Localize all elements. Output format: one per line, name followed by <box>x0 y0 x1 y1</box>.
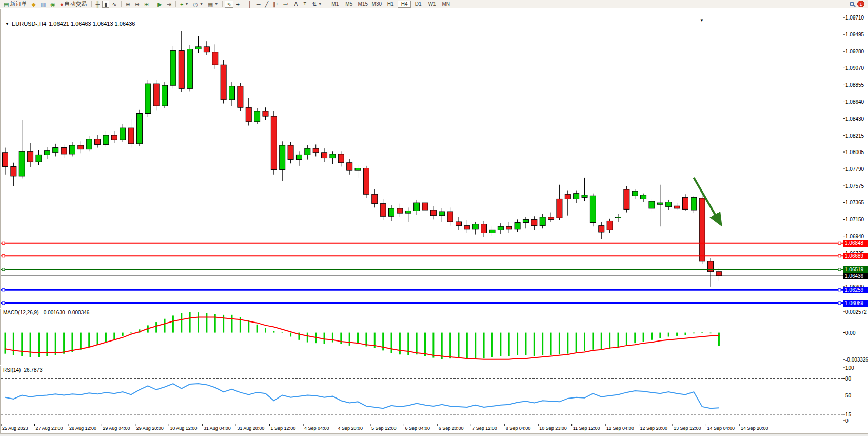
price-line-tag: 1.06519 <box>843 266 868 273</box>
pane-separator-macd[interactable] <box>0 308 868 309</box>
candle-body <box>414 203 420 211</box>
candle-body <box>699 198 705 261</box>
candle-body <box>531 219 537 225</box>
candle-body <box>204 47 209 52</box>
line-handle[interactable] <box>838 302 841 305</box>
candle-body <box>153 84 159 106</box>
price-axis-label: 1.09280 <box>845 49 864 54</box>
price-axis-label: 1.09070 <box>845 65 864 71</box>
line-handle[interactable] <box>2 289 5 291</box>
candle-body <box>405 211 411 213</box>
candle-body <box>322 153 327 158</box>
line-handle[interactable] <box>838 255 841 257</box>
pane-separator-rsi[interactable] <box>0 365 868 366</box>
candle-body <box>19 151 25 176</box>
time-axis-label: 6 Sep 04:00 <box>405 426 430 431</box>
time-axis-label: 11 Sep 12:00 <box>573 426 600 431</box>
candle-body <box>347 163 352 170</box>
time-axis-label: 29 Aug 04:00 <box>103 426 130 431</box>
candle-body <box>355 168 361 171</box>
candle-body <box>716 272 722 276</box>
rsi-value: 26.7873 <box>24 367 42 373</box>
line-handle[interactable] <box>2 242 5 244</box>
price-axis-label: 1.08430 <box>845 116 864 122</box>
candle-body <box>641 195 646 199</box>
rsi-axis-label: 0 <box>845 418 849 424</box>
time-axis-label: 10 Sep 23:00 <box>539 426 567 431</box>
candle-body <box>162 85 168 106</box>
candle-body <box>363 168 369 195</box>
price-axis-label: 1.08005 <box>845 149 864 155</box>
candle-body <box>666 202 672 207</box>
rsi-line <box>5 384 719 408</box>
time-axis-separator <box>0 424 868 424</box>
time-axis-label: 29 Aug 20:00 <box>136 426 164 431</box>
macd-indicator-label: MACD(12,26,9) -0.001630 -0.000346 <box>3 310 89 315</box>
candle-body <box>616 217 621 218</box>
line-handle[interactable] <box>2 268 5 271</box>
candle-body <box>422 203 428 210</box>
time-axis-label: 25 Aug 2023 <box>2 426 28 431</box>
candle-body <box>599 226 604 232</box>
line-handle[interactable] <box>838 268 841 271</box>
chart-canvas[interactable] <box>0 0 868 436</box>
candle-body <box>53 148 58 153</box>
price-axis-label: 1.08215 <box>845 133 864 139</box>
price-axis-label: 1.07365 <box>845 200 864 205</box>
candle-body <box>380 204 386 217</box>
candle-body <box>506 226 512 229</box>
candle-body <box>103 135 109 144</box>
candle-body <box>515 223 520 229</box>
candle-body <box>582 195 587 198</box>
price-axis-label: 1.08855 <box>845 82 864 88</box>
candle-body <box>136 113 142 143</box>
candle-body <box>523 219 528 222</box>
price-line-tag: 1.06689 <box>843 253 868 259</box>
candle-body <box>44 151 50 155</box>
candle-body <box>565 194 570 199</box>
symbol-dropdown-icon[interactable]: ▼ <box>5 22 9 26</box>
candle-body <box>439 212 445 216</box>
line-handle[interactable] <box>2 302 5 305</box>
candle-body <box>624 189 629 209</box>
rsi-indicator-label: RSI(14) 26.7873 <box>3 367 43 373</box>
rsi-name: RSI(14) <box>3 367 21 373</box>
candle-body <box>574 194 579 199</box>
macd-signal-line <box>5 317 719 359</box>
macd-axis-label: 0.002572 <box>845 309 867 315</box>
candle-body <box>179 51 184 89</box>
candle-body <box>548 217 554 220</box>
candle-body <box>3 153 8 167</box>
time-axis-label: 28 Aug 12:00 <box>69 426 96 431</box>
candle-body <box>128 128 134 144</box>
trend-arrow-annotation[interactable] <box>694 178 720 224</box>
price-line-tag: 1.06259 <box>843 287 868 293</box>
candle-body <box>649 201 655 208</box>
candle-body <box>313 148 319 153</box>
line-handle[interactable] <box>2 255 5 257</box>
price-line-tag: 1.06848 <box>843 240 868 247</box>
candle-body <box>590 196 596 222</box>
line-handle[interactable] <box>838 242 841 244</box>
time-axis-label: 27 Aug 23:00 <box>35 426 63 431</box>
chart-shift-marker-icon[interactable]: ▼ <box>700 18 704 23</box>
macd-axis-label: -0.003326 <box>845 357 868 363</box>
candle-body <box>540 217 545 226</box>
candle-body <box>221 65 226 100</box>
time-axis-label: 7 Sep 12:00 <box>472 426 497 431</box>
rsi-axis-label: 80 <box>845 376 851 382</box>
rsi-axis-label: 15 <box>845 412 851 418</box>
candle-body <box>254 111 260 122</box>
candle-body <box>447 212 453 222</box>
chart-ohlc-values: 1.06421 1.06463 1.06413 1.06436 <box>49 21 135 27</box>
candle-body <box>61 148 67 154</box>
time-axis-label: 13 Sep 12:00 <box>674 426 701 431</box>
macd-name: MACD(12,26,9) <box>3 310 38 315</box>
candle-body <box>330 154 336 158</box>
line-handle[interactable] <box>838 289 841 291</box>
candle-body <box>271 116 277 169</box>
time-axis-label: 6 Sep 20:00 <box>439 426 464 431</box>
candle-body <box>288 145 293 160</box>
time-axis-label: 31 Aug 04:00 <box>204 426 231 431</box>
candle-body <box>489 230 495 233</box>
